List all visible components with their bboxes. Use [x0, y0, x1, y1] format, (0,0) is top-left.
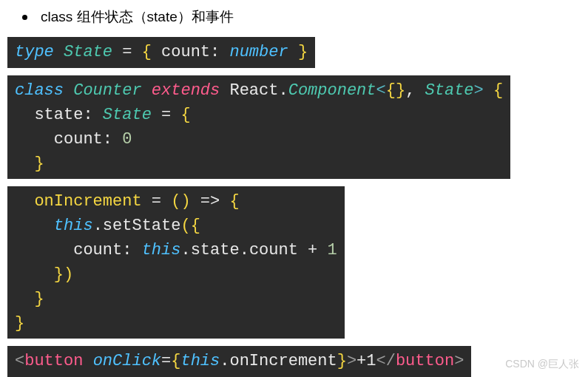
bullet-text: class 组件状态（state）和事件: [41, 7, 234, 27]
keyword-type: type: [15, 43, 54, 61]
tag-button-open: button: [24, 352, 83, 370]
type-number: number: [229, 43, 288, 61]
keyword-class: class: [15, 81, 64, 100]
watermark: CSDN @巨人张: [505, 358, 579, 371]
bullet-line: class 组件状态（state）和事件: [7, 7, 581, 27]
bullet-dot-icon: [22, 15, 27, 20]
keyword-this: this: [15, 217, 93, 235]
type-state: State: [64, 43, 112, 61]
code-block-3: onIncrement = () => { this.setState({ co…: [7, 186, 345, 339]
keyword-extends: extends: [152, 81, 220, 100]
class-component: Component: [288, 81, 376, 100]
code-block-4: <button onClick={this.onIncrement}>+1</b…: [7, 346, 471, 377]
tag-button-close: button: [396, 352, 454, 370]
code-block-1: type State = { count: number }: [7, 37, 315, 68]
code-block-2: class Counter extends React.Component<{}…: [7, 75, 510, 179]
attr-onclick: onClick: [93, 352, 161, 370]
fn-onincrement: onIncrement: [15, 192, 142, 211]
class-counter: Counter: [64, 81, 152, 100]
